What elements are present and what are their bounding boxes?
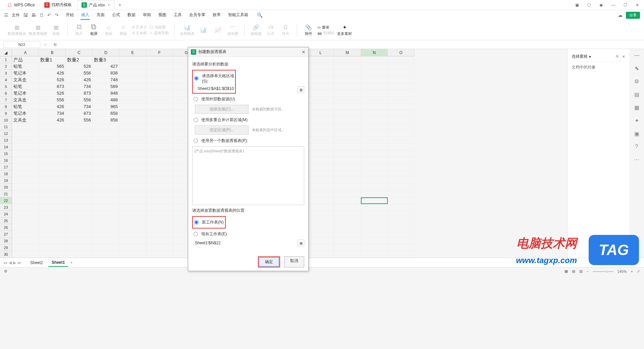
radio-new-sheet-input[interactable] [194,220,199,225]
cell[interactable] [307,217,334,224]
cell[interactable] [12,204,39,211]
wordart-button[interactable]: A艺术字 [132,25,147,30]
cell[interactable] [66,150,93,157]
table-button[interactable]: ▦表格 [50,24,62,36]
prev-sheet-icon[interactable]: ◀ [9,260,12,265]
cell[interactable]: 965 [93,103,119,110]
more-assets-button[interactable]: ✦更多素材 [337,24,352,36]
tab-template[interactable]: D 找稻壳模板 [40,0,76,10]
cell[interactable] [307,204,334,211]
cell[interactable] [119,191,146,197]
cell[interactable] [66,224,93,231]
cell[interactable] [146,204,173,211]
cell[interactable] [12,150,39,157]
view-normal-icon[interactable]: ▦ [565,269,568,273]
cell[interactable] [361,170,388,177]
cell[interactable] [66,244,93,251]
cell[interactable] [146,164,173,170]
cell[interactable] [388,83,415,90]
cell[interactable] [66,191,93,197]
view-page-icon[interactable]: ▤ [572,269,575,273]
cell[interactable] [361,144,388,150]
zoom-out-icon[interactable]: − [587,269,589,273]
cell[interactable] [146,224,173,231]
radio-new-sheet[interactable]: 新工作表(N) [193,219,225,225]
cloud-icon[interactable]: ☁ [618,12,623,18]
cell[interactable] [388,144,415,150]
menu-tab-10[interactable]: 智能工具箱 [227,11,249,20]
cell[interactable] [388,56,415,63]
cell[interactable]: 铅笔 [12,103,39,110]
fullscreen-icon[interactable]: ⤢ [637,269,640,273]
tab-file[interactable]: S 产品.xlsx × [77,0,114,10]
cell[interactable]: 556 [66,117,93,123]
tools-icon[interactable]: ▦ [634,104,639,111]
cell[interactable] [93,211,119,217]
cell[interactable] [307,251,334,258]
row-header[interactable]: 7 [0,97,12,103]
cell[interactable]: 文具盒 [12,77,39,83]
cell[interactable] [334,56,361,63]
cell[interactable] [146,211,173,217]
cell[interactable] [119,170,146,177]
cell[interactable] [146,63,173,70]
menu-tab-0[interactable]: 开始 [65,11,74,20]
cell[interactable] [119,123,146,130]
cell[interactable] [388,251,415,258]
cell[interactable] [93,170,119,177]
mindmap-button[interactable]: ⊹思维导图 [150,31,169,36]
cell[interactable] [388,117,415,123]
cell[interactable] [93,191,119,197]
cell[interactable] [307,63,334,70]
cell[interactable] [307,123,334,130]
cell[interactable] [146,144,173,150]
cell[interactable] [119,110,146,117]
cell[interactable] [307,117,334,123]
row-header[interactable]: 27 [0,231,12,238]
cell[interactable] [307,170,334,177]
cell[interactable] [39,150,66,157]
cell[interactable] [334,211,361,217]
cell[interactable]: 873 [66,90,93,97]
cancel-button[interactable]: 取消 [284,256,304,267]
cell[interactable] [361,184,388,191]
cell[interactable] [388,63,415,70]
cell[interactable] [334,137,361,144]
cell[interactable] [334,224,361,231]
cell[interactable] [119,117,146,123]
feature-icon[interactable]: ✦ [635,117,639,124]
cell[interactable] [93,197,119,204]
minimize-icon[interactable]: — [609,1,617,9]
cell[interactable] [146,137,173,144]
cell[interactable] [12,231,39,238]
col-header[interactable]: O [388,49,415,56]
cell[interactable] [119,103,146,110]
cell[interactable] [146,251,173,258]
cell[interactable]: 426 [39,117,66,123]
cell[interactable] [388,77,415,83]
cell[interactable] [361,63,388,70]
cell[interactable] [12,238,39,244]
flowchart-button[interactable]: ⿳流程图 [150,25,169,30]
row-header[interactable]: 21 [0,191,12,197]
hyperlink-button[interactable]: 🔗超链接 [250,24,262,36]
cell[interactable] [361,83,388,90]
cell[interactable] [307,191,334,197]
row-header[interactable]: 19 [0,177,12,184]
cell[interactable]: 铅笔 [12,83,39,90]
share-button[interactable]: 分享 [626,12,640,19]
sheet-tab-sheet2[interactable]: Sheet2 [27,259,46,266]
cell[interactable] [307,70,334,77]
pivot-table-button[interactable]: ▦数据透视表 [8,24,26,36]
cell[interactable] [119,177,146,184]
cell[interactable]: 488 [93,97,119,103]
cell[interactable] [307,90,334,97]
menu-tab-8[interactable]: 会员专享 [189,11,206,20]
cell[interactable] [119,56,146,63]
cell[interactable] [307,238,334,244]
row-header[interactable]: 8 [0,103,12,110]
style-icon[interactable]: ▤ [634,91,639,98]
row-header[interactable]: 29 [0,244,12,251]
cell[interactable]: 产品 [12,56,39,63]
cell[interactable] [388,197,415,204]
